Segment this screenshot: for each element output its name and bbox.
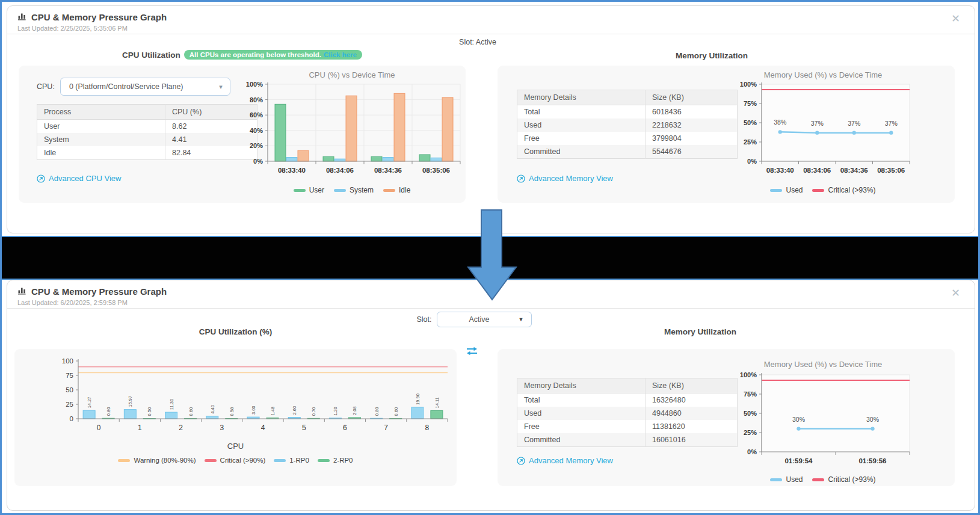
legend-swatch-icon: [274, 459, 286, 462]
legend-label: 2-RP0: [333, 457, 353, 464]
memory-line-chart: 30%30%0%25%50%75%100%01:59:5401:59:56: [733, 370, 913, 473]
advanced-view-icon: [37, 174, 45, 183]
cpu-select[interactable]: 0 (Platform/Control/Service Plane) ▾: [60, 78, 230, 96]
svg-text:08:34:36: 08:34:36: [374, 167, 402, 174]
table-cell: 2218632: [646, 119, 738, 132]
svg-text:08:35:06: 08:35:06: [877, 167, 905, 174]
table-cell: Free: [517, 420, 646, 433]
table-cell: Idle: [37, 146, 165, 160]
legend-swatch-icon: [294, 189, 306, 192]
svg-text:3: 3: [220, 424, 224, 432]
svg-text:19.90: 19.90: [414, 393, 420, 405]
svg-text:1: 1: [137, 424, 141, 432]
memory-card: Memory DetailsSize (KB)Total16326480Used…: [498, 349, 955, 486]
table-cell: Total: [517, 105, 646, 119]
legend-item[interactable]: Warning (80%-90%): [118, 457, 196, 464]
chart-title: Memory Used (%) vs Device Time: [764, 70, 882, 79]
svg-text:37%: 37%: [811, 120, 824, 127]
svg-text:8: 8: [425, 424, 429, 432]
legend-item[interactable]: System: [334, 186, 374, 194]
legend-swatch-icon: [205, 459, 217, 462]
svg-text:2.60: 2.60: [292, 406, 297, 415]
slot-row: Slot: Active ▼: [0, 312, 958, 327]
slot-select[interactable]: Active ▼: [437, 312, 532, 327]
process-table: ProcessCPU (%)User8.62System4.41Idle82.8…: [37, 104, 257, 160]
legend-label: 1-RP0: [289, 457, 309, 464]
legend-swatch-icon: [118, 459, 130, 462]
advanced-memory-view-link[interactable]: Advanced Memory View: [517, 174, 613, 183]
svg-text:37%: 37%: [885, 120, 898, 127]
column-header: Process: [37, 105, 165, 120]
cpu-card: 14.2715.9711.304.403.002.601.200.8019.90…: [14, 349, 457, 486]
legend-item[interactable]: Critical (>93%): [812, 186, 875, 194]
svg-text:5: 5: [301, 424, 306, 432]
svg-text:0%: 0%: [253, 158, 263, 165]
svg-text:08:35:06: 08:35:06: [422, 167, 450, 174]
chart-legend: UserSystemIdle: [294, 186, 411, 194]
chevron-down-icon: ▼: [519, 316, 524, 322]
svg-text:50: 50: [66, 386, 73, 393]
svg-text:40%: 40%: [250, 127, 263, 134]
svg-text:100%: 100%: [740, 371, 757, 378]
svg-text:1.20: 1.20: [333, 407, 338, 416]
svg-text:08:34:06: 08:34:06: [326, 167, 354, 174]
advanced-cpu-view-link[interactable]: Advanced CPU View: [37, 174, 121, 183]
legend-item[interactable]: Critical (>93%): [812, 475, 875, 484]
svg-text:0.50: 0.50: [147, 407, 152, 416]
table-cell: User: [37, 120, 165, 134]
svg-text:100%: 100%: [246, 81, 263, 88]
svg-text:0%: 0%: [747, 158, 757, 165]
table-row: Total6018436: [517, 105, 738, 119]
badge-click-here-link[interactable]: Click here: [324, 51, 357, 58]
cpu-select-label: CPU:: [37, 82, 55, 91]
table-row: Free11381620: [517, 420, 738, 433]
legend-label: Warning (80%-90%): [134, 457, 196, 464]
svg-text:01:59:56: 01:59:56: [858, 457, 886, 464]
svg-text:75: 75: [66, 372, 73, 379]
column-header: Size (KB): [646, 378, 738, 393]
svg-text:3.00: 3.00: [251, 406, 256, 415]
advanced-memory-view-link[interactable]: Advanced Memory View: [517, 456, 613, 465]
table-cell: Used: [517, 407, 646, 420]
svg-text:0.70: 0.70: [311, 407, 316, 416]
legend-item[interactable]: 2-RP0: [318, 457, 353, 464]
legend-item[interactable]: 1-RP0: [274, 457, 309, 464]
svg-text:7: 7: [384, 424, 388, 432]
legend-item[interactable]: Idle: [383, 186, 410, 194]
slot-static-text: Slot: Active: [0, 38, 961, 46]
memory-utilization-title: Memory Utilization: [472, 327, 929, 336]
chart-legend: UsedCritical (>93%): [770, 475, 875, 484]
page-title: CPU & Memory Pressure Graph: [31, 12, 167, 22]
legend-label: Used: [786, 475, 803, 484]
legend-label: System: [350, 186, 374, 194]
cpu-utilization-title: CPU Utilization: [122, 51, 180, 60]
advanced-memory-view-label: Advanced Memory View: [529, 174, 613, 183]
svg-text:100%: 100%: [740, 81, 757, 88]
chevron-down-icon: ▾: [219, 83, 223, 91]
svg-text:4.40: 4.40: [209, 405, 215, 414]
last-updated-text: Last Updated: 2/25/2025, 5:35:06 PM: [17, 25, 975, 32]
svg-text:0.80: 0.80: [374, 407, 379, 416]
svg-text:100: 100: [61, 357, 73, 365]
legend-item[interactable]: Used: [770, 475, 803, 484]
table-cell: 3799804: [646, 132, 738, 145]
down-arrow: [466, 209, 519, 301]
svg-text:30%: 30%: [792, 416, 805, 423]
legend-item[interactable]: Used: [770, 186, 803, 194]
table-row: Committed16061016: [517, 433, 738, 447]
legend-item[interactable]: User: [294, 186, 324, 194]
cpu-select-value: 0 (Platform/Control/Service Plane): [69, 82, 183, 91]
legend-label: Idle: [399, 186, 410, 194]
close-icon[interactable]: ✕: [951, 288, 960, 298]
swap-icon[interactable]: [466, 347, 478, 358]
svg-text:08:33:40: 08:33:40: [278, 167, 306, 174]
table-row: Total16326480: [517, 393, 738, 407]
table-row: Free3799804: [517, 132, 738, 145]
legend-swatch-icon: [812, 478, 824, 481]
svg-text:08:33:40: 08:33:40: [766, 167, 794, 174]
legend-label: Used: [786, 186, 803, 194]
cpu-chart-block: CPU (%) vs Device Time 0%20%40%60%80%100…: [240, 66, 464, 194]
legend-item[interactable]: Critical (>90%): [205, 457, 266, 464]
close-icon[interactable]: ✕: [951, 13, 960, 24]
svg-text:15.97: 15.97: [128, 396, 133, 407]
